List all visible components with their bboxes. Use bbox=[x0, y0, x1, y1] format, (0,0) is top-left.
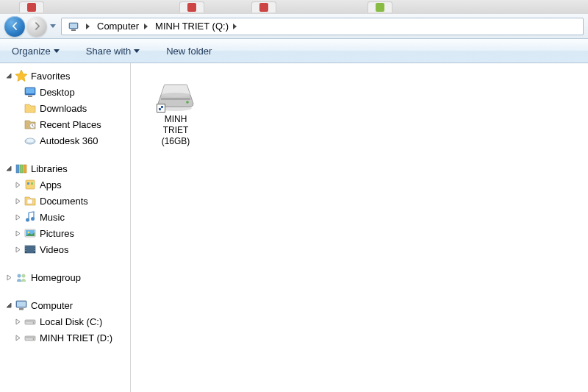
tab[interactable] bbox=[19, 1, 44, 13]
downloads-icon bbox=[24, 101, 37, 115]
file-item-minh-triet-shortcut[interactable]: MINH TRIET (16GB) bbox=[143, 75, 209, 152]
tree-group-libraries: Libraries Apps Documents bbox=[0, 160, 130, 257]
browser-tabs-bar bbox=[0, 0, 588, 14]
desktop-icon bbox=[24, 85, 37, 99]
sidebar-item-desktop[interactable]: Desktop bbox=[0, 84, 130, 100]
collapse-icon[interactable] bbox=[4, 164, 13, 173]
svg-rect-13 bbox=[27, 182, 29, 185]
sidebar-item-recent-places[interactable]: Recent Places bbox=[0, 116, 130, 132]
chevron-down-icon bbox=[50, 24, 56, 28]
expand-icon[interactable] bbox=[13, 180, 22, 189]
sidebar-item-label: Music bbox=[40, 212, 65, 223]
svg-rect-43 bbox=[161, 98, 190, 100]
svg-rect-10 bbox=[20, 165, 23, 173]
breadcrumb-root[interactable] bbox=[63, 18, 82, 35]
address-bar[interactable]: Computer MINH TRIET (Q:) bbox=[61, 18, 584, 35]
tab[interactable] bbox=[251, 1, 276, 13]
breadcrumb-drive[interactable]: MINH TRIET (Q:) bbox=[151, 18, 230, 35]
new-folder-button[interactable]: New folder bbox=[160, 43, 218, 60]
back-button[interactable] bbox=[4, 16, 25, 37]
videos-icon bbox=[24, 243, 37, 256]
music-icon bbox=[24, 210, 37, 224]
svg-rect-25 bbox=[25, 249, 26, 249]
history-dropdown[interactable] bbox=[49, 20, 57, 33]
expand-icon[interactable] bbox=[13, 333, 22, 342]
pictures-icon bbox=[24, 227, 37, 240]
svg-rect-39 bbox=[26, 337, 35, 338]
breadcrumb-separator[interactable] bbox=[230, 18, 240, 35]
tree-header-libraries[interactable]: Libraries bbox=[0, 160, 130, 177]
collapse-icon[interactable] bbox=[4, 301, 13, 310]
tree-header-homegroup[interactable]: Homegroup bbox=[0, 269, 130, 285]
expand-icon[interactable] bbox=[4, 273, 13, 282]
tab[interactable] bbox=[179, 1, 204, 13]
chevron-down-icon bbox=[54, 49, 60, 53]
content-pane[interactable]: MINH TRIET (16GB) bbox=[131, 63, 588, 392]
tree-header-computer[interactable]: Computer bbox=[0, 297, 130, 313]
recent-icon bbox=[24, 118, 37, 131]
svg-point-31 bbox=[22, 274, 26, 278]
libraries-icon bbox=[15, 162, 28, 175]
sidebar-item-minh-triet-d[interactable]: MINH TRIET (D:) bbox=[0, 329, 130, 346]
sidebar-item-label: Recent Places bbox=[40, 119, 101, 130]
autodesk-icon bbox=[24, 134, 37, 147]
navigation-bar: Computer MINH TRIET (Q:) bbox=[0, 14, 588, 39]
breadcrumb-label: MINH TRIET (Q:) bbox=[155, 21, 229, 32]
tree-group-favorites: Favorites Desktop Downloads bbox=[0, 68, 130, 149]
svg-rect-5 bbox=[28, 96, 32, 97]
svg-rect-27 bbox=[34, 246, 35, 247]
share-with-label: Share with bbox=[86, 46, 131, 57]
svg-rect-14 bbox=[31, 182, 33, 185]
expand-icon[interactable] bbox=[13, 317, 22, 326]
libraries-label: Libraries bbox=[31, 163, 68, 174]
sidebar-item-label: MINH TRIET (D:) bbox=[40, 332, 112, 343]
tab-favicon bbox=[259, 3, 268, 12]
file-label-line: (16GB) bbox=[162, 136, 190, 146]
collapse-icon[interactable] bbox=[4, 71, 13, 80]
homegroup-icon bbox=[15, 271, 28, 284]
sidebar-item-pictures[interactable]: Pictures bbox=[0, 225, 130, 241]
homegroup-label: Homegroup bbox=[31, 272, 81, 283]
tab-favicon bbox=[27, 3, 36, 12]
apps-icon bbox=[24, 178, 37, 191]
svg-rect-12 bbox=[26, 180, 35, 189]
svg-rect-21 bbox=[25, 246, 35, 253]
svg-rect-2 bbox=[71, 29, 76, 31]
sidebar-item-label: Autodesk 360 bbox=[40, 135, 98, 146]
sidebar-item-autodesk[interactable]: Autodesk 360 bbox=[0, 132, 130, 149]
sidebar-item-music[interactable]: Music bbox=[0, 209, 130, 225]
sidebar-item-downloads[interactable]: Downloads bbox=[0, 100, 130, 116]
breadcrumb-separator[interactable] bbox=[140, 18, 151, 35]
share-with-button[interactable]: Share with bbox=[80, 43, 146, 60]
tree-group-homegroup: Homegroup bbox=[0, 269, 130, 285]
star-icon bbox=[15, 69, 28, 82]
forward-button[interactable] bbox=[26, 16, 47, 37]
svg-point-40 bbox=[33, 338, 35, 340]
svg-rect-4 bbox=[26, 88, 35, 93]
sidebar-item-documents[interactable]: Documents bbox=[0, 193, 130, 209]
svg-rect-28 bbox=[34, 249, 35, 249]
organize-button[interactable]: Organize bbox=[6, 43, 65, 60]
breadcrumb-computer[interactable]: Computer bbox=[93, 18, 140, 35]
sidebar-item-label: Pictures bbox=[40, 228, 74, 239]
expand-icon[interactable] bbox=[13, 229, 22, 238]
expand-icon[interactable] bbox=[13, 213, 22, 221]
shortcut-arrow-icon bbox=[157, 104, 165, 113]
sidebar-item-apps[interactable]: Apps bbox=[0, 177, 130, 193]
svg-rect-26 bbox=[25, 250, 26, 251]
tree-header-favorites[interactable]: Favorites bbox=[0, 68, 130, 84]
breadcrumb-separator[interactable] bbox=[82, 18, 93, 35]
drive-icon bbox=[24, 315, 37, 328]
sidebar-item-local-disk-c[interactable]: Local Disk (C:) bbox=[0, 313, 130, 329]
svg-rect-1 bbox=[70, 24, 77, 28]
tree-group-computer: Computer Local Disk (C:) MINH TRIET (D:) bbox=[0, 297, 130, 346]
sidebar-item-label: Local Disk (C:) bbox=[40, 316, 102, 327]
tab[interactable] bbox=[368, 1, 392, 13]
sidebar-item-videos[interactable]: Videos bbox=[0, 241, 130, 257]
expand-icon[interactable] bbox=[13, 196, 22, 205]
expand-icon[interactable] bbox=[13, 245, 22, 254]
navigation-pane[interactable]: Favorites Desktop Downloads bbox=[0, 63, 131, 392]
file-label-line: TRIET bbox=[163, 125, 189, 135]
drive-shortcut-icon bbox=[155, 80, 196, 113]
file-label: MINH TRIET (16GB) bbox=[162, 114, 190, 147]
